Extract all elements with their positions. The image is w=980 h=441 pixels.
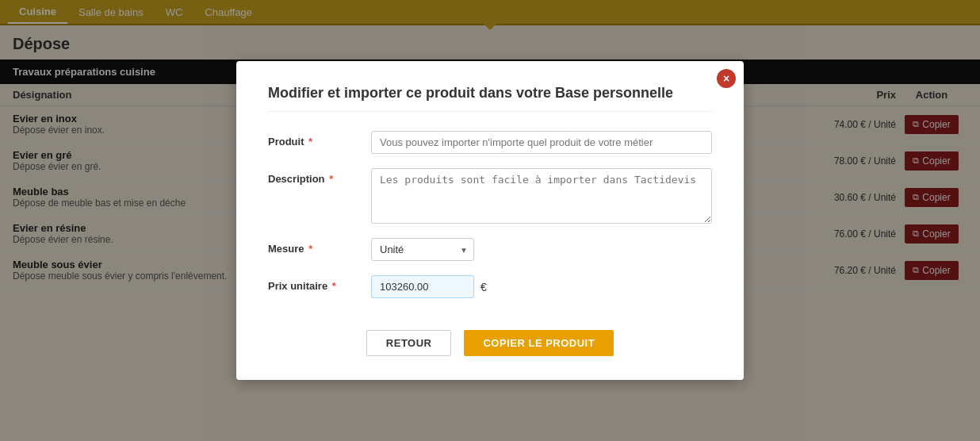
euro-symbol: € [480, 281, 487, 293]
required-marker: * [306, 136, 313, 148]
label-produit: Produit * [268, 131, 371, 148]
retour-button[interactable]: RETOUR [366, 330, 452, 356]
modal-overlay: × Modifier et importer ce produit dans v… [0, 0, 980, 441]
input-produit[interactable] [371, 131, 712, 154]
required-marker: * [329, 280, 336, 292]
modal-footer: RETOUR COPIER LE PRODUIT [268, 317, 712, 356]
select-wrapper-mesure: Unité m² ml Forfait ▼ [371, 238, 474, 261]
price-group: € [371, 275, 487, 298]
form-group-prix-unitaire: Prix unitaire * € [268, 275, 712, 298]
label-description: Description * [268, 168, 371, 185]
form-group-mesure: Mesure * Unité m² ml Forfait ▼ [268, 238, 712, 261]
label-mesure: Mesure * [268, 238, 371, 255]
modal-title: Modifier et importer ce produit dans vot… [268, 85, 712, 112]
select-mesure[interactable]: Unité m² ml Forfait [371, 238, 474, 261]
label-prix-unitaire: Prix unitaire * [268, 275, 371, 292]
input-prix-unitaire[interactable] [371, 275, 474, 298]
required-marker: * [306, 243, 313, 255]
input-description[interactable] [371, 168, 712, 224]
form-group-description: Description * [268, 168, 712, 224]
form-group-produit: Produit * [268, 131, 712, 154]
required-marker: * [327, 173, 334, 185]
copier-produit-button[interactable]: COPIER LE PRODUIT [464, 330, 614, 356]
modal-dialog: × Modifier et importer ce produit dans v… [236, 61, 744, 380]
modal-close-button[interactable]: × [717, 69, 736, 88]
